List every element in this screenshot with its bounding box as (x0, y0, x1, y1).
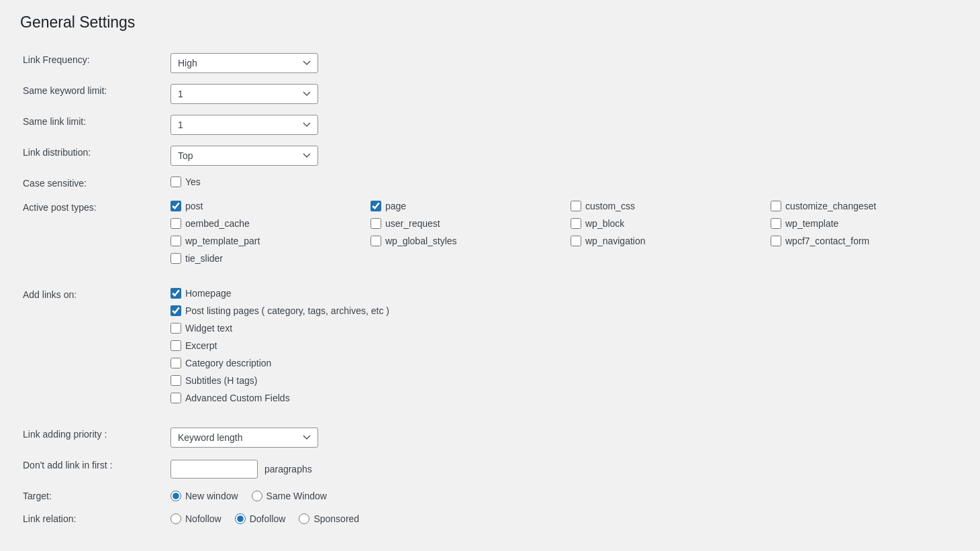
checkbox-wpcf7-contact-form[interactable] (771, 236, 781, 246)
checkbox-subtitles[interactable] (170, 375, 181, 386)
label-case-sensitive: Case sensitive: (20, 171, 168, 195)
label-new-window: New window (185, 491, 238, 501)
checkbox-widget-text[interactable] (170, 323, 181, 334)
target-radio-group: New window Same Window (170, 491, 957, 501)
label-link-relation: Link relation: (20, 507, 168, 530)
label-same-window: Same Window (266, 491, 327, 501)
label-link-adding-priority: Link adding priority : (20, 422, 168, 453)
checkbox-user-request[interactable] (371, 218, 381, 229)
checkbox-case-sensitive[interactable] (170, 177, 181, 187)
label-link-distribution: Link distribution: (20, 140, 168, 171)
radio-sponsored[interactable] (299, 513, 309, 524)
row-link-distribution: Link distribution: Top Middle Bottom Ran… (20, 140, 960, 171)
link-relation-radio-group: Nofollow Dofollow Sponsored (170, 513, 957, 524)
checkbox-category-description[interactable] (170, 358, 181, 368)
radio-row-nofollow: Nofollow (170, 513, 222, 524)
row-link-frequency: Link Frequency: High Low Medium Very Hig… (20, 48, 960, 79)
checkbox-wp-navigation[interactable] (571, 236, 581, 246)
label-add-links-on: Add links on: (20, 283, 168, 411)
row-link-adding-priority: Link adding priority : Keyword length Al… (20, 422, 960, 453)
radio-row-same-window: Same Window (252, 491, 327, 501)
radio-same-window[interactable] (252, 491, 262, 501)
radio-row-sponsored: Sponsored (299, 513, 359, 524)
label-dofollow: Dofollow (250, 513, 286, 524)
add-links-on-options: Homepage Post listing pages ( category, … (170, 288, 957, 406)
checkbox-tie-slider[interactable] (170, 253, 181, 264)
paragraphs-label: paragraphs (264, 464, 312, 474)
checkbox-post[interactable] (170, 201, 181, 211)
label-active-post-types: Active post types: (20, 195, 168, 272)
label-same-link-limit: Same link limit: (20, 109, 168, 140)
label-yes: Yes (185, 177, 201, 187)
post-types-col-2: page user_request wp_global_styles (371, 201, 557, 266)
row-same-link-limit: Same link limit: 1 2 3 4 5 (20, 109, 960, 140)
radio-new-window[interactable] (170, 491, 181, 501)
checkbox-wp-global-styles[interactable] (371, 236, 381, 246)
row-dont-add-link-in-first: Don't add link in first : paragraphs (20, 453, 960, 484)
checkbox-page[interactable] (371, 201, 381, 211)
row-same-keyword-limit: Same keyword limit: 1 2 3 4 5 (20, 79, 960, 109)
settings-table: Link Frequency: High Low Medium Very Hig… (20, 48, 960, 530)
checkbox-wp-template-part[interactable] (170, 236, 181, 246)
radio-nofollow[interactable] (170, 513, 181, 524)
case-sensitive-checkbox-row: Yes (170, 177, 957, 187)
row-active-post-types: Active post types: post oembed_cache wp_… (20, 195, 960, 272)
radio-dofollow[interactable] (235, 513, 246, 524)
radio-row-dofollow: Dofollow (235, 513, 286, 524)
checkbox-customize-changeset[interactable] (771, 201, 781, 211)
row-case-sensitive: Case sensitive: Yes (20, 171, 960, 195)
row-link-relation: Link relation: Nofollow Dofollow Sponsor… (20, 507, 960, 530)
select-link-frequency[interactable]: High Low Medium Very High (170, 53, 318, 73)
checkbox-excerpt[interactable] (170, 340, 181, 351)
label-target: Target: (20, 484, 168, 507)
post-types-col-1: post oembed_cache wp_template_part tie_s… (170, 201, 357, 266)
label-sponsored: Sponsored (313, 513, 359, 524)
select-same-link-limit[interactable]: 1 2 3 4 5 (170, 115, 318, 135)
select-same-keyword-limit[interactable]: 1 2 3 4 5 (170, 84, 318, 104)
post-types-col-4: customize_changeset wp_template wpcf7_co… (771, 201, 957, 266)
checkbox-wp-template[interactable] (771, 218, 781, 229)
checkbox-homepage[interactable] (170, 288, 181, 299)
post-types-grid: post oembed_cache wp_template_part tie_s… (170, 201, 957, 266)
row-target: Target: New window Same Window (20, 484, 960, 507)
label-same-keyword-limit: Same keyword limit: (20, 79, 168, 109)
label-dont-add-link-in-first: Don't add link in first : (20, 453, 168, 484)
input-dont-add-link-in-first[interactable] (170, 460, 258, 479)
select-link-adding-priority[interactable]: Keyword length Alphabetical Random (170, 428, 318, 448)
post-types-col-3: custom_css wp_block wp_navigation (571, 201, 757, 266)
label-nofollow: Nofollow (185, 513, 222, 524)
label-link-frequency: Link Frequency: (20, 48, 168, 79)
checkbox-wp-block[interactable] (571, 218, 581, 229)
checkbox-advanced-custom-fields[interactable] (170, 393, 181, 403)
row-add-links-on: Add links on: Homepage Post listing page… (20, 283, 960, 411)
radio-row-new-window: New window (170, 491, 238, 501)
checkbox-post-listing[interactable] (170, 305, 181, 316)
select-link-distribution[interactable]: Top Middle Bottom Random (170, 146, 318, 166)
checkbox-custom-css[interactable] (571, 201, 581, 211)
page-title: General Settings (20, 13, 960, 32)
checkbox-oembed-cache[interactable] (170, 218, 181, 229)
